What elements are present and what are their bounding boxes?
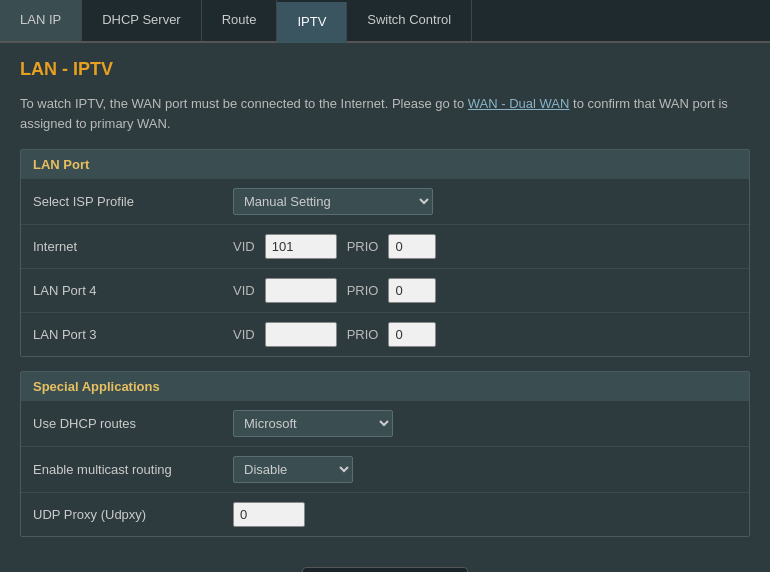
enable-multicast-label: Enable multicast routing — [33, 462, 233, 477]
udp-proxy-controls — [233, 502, 305, 527]
lan4-prio-label: PRIO — [347, 283, 379, 298]
internet-controls: VID PRIO — [233, 234, 436, 259]
lan3-vid-label: VID — [233, 327, 255, 342]
lan4-vid-label: VID — [233, 283, 255, 298]
enable-multicast-row: Enable multicast routing Disable Enable — [21, 446, 749, 492]
tab-switch-control[interactable]: Switch Control — [347, 0, 472, 41]
internet-prio-input[interactable] — [388, 234, 436, 259]
tab-dhcp-server[interactable]: DHCP Server — [82, 0, 202, 41]
lan-port-4-label: LAN Port 4 — [33, 283, 233, 298]
select-isp-dropdown[interactable]: Manual Setting ISP Profile 1 ISP Profile… — [233, 188, 433, 215]
internet-vid-label: VID — [233, 239, 255, 254]
enable-multicast-controls: Disable Enable — [233, 456, 353, 483]
page-title: LAN - IPTV — [20, 59, 750, 80]
lan4-vid-input[interactable] — [265, 278, 337, 303]
lan-port-3-controls: VID PRIO — [233, 322, 436, 347]
lan-port-3-row: LAN Port 3 VID PRIO — [21, 312, 749, 356]
tab-lan-ip[interactable]: LAN IP — [0, 0, 82, 41]
lan-port-header: LAN Port — [21, 150, 749, 179]
info-text: To watch IPTV, the WAN port must be conn… — [20, 94, 750, 133]
info-text-1: To watch IPTV, the WAN port must be conn… — [20, 96, 468, 111]
tab-route[interactable]: Route — [202, 0, 278, 41]
select-isp-label: Select ISP Profile — [33, 194, 233, 209]
lan-port-section: LAN Port Select ISP Profile Manual Setti… — [20, 149, 750, 357]
select-isp-row: Select ISP Profile Manual Setting ISP Pr… — [21, 179, 749, 224]
apply-container: Apply — [20, 551, 750, 572]
lan3-prio-input[interactable] — [388, 322, 436, 347]
internet-vid-input[interactable] — [265, 234, 337, 259]
udp-proxy-input[interactable] — [233, 502, 305, 527]
special-apps-section: Special Applications Use DHCP routes Mic… — [20, 371, 750, 537]
internet-row: Internet VID PRIO — [21, 224, 749, 268]
lan3-prio-label: PRIO — [347, 327, 379, 342]
use-dhcp-routes-row: Use DHCP routes Microsoft Disable Enable — [21, 401, 749, 446]
wan-dual-wan-link[interactable]: WAN - Dual WAN — [468, 96, 570, 111]
udp-proxy-row: UDP Proxy (Udpxy) — [21, 492, 749, 536]
select-isp-controls: Manual Setting ISP Profile 1 ISP Profile… — [233, 188, 433, 215]
use-dhcp-routes-controls: Microsoft Disable Enable — [233, 410, 393, 437]
lan4-prio-input[interactable] — [388, 278, 436, 303]
internet-label: Internet — [33, 239, 233, 254]
lan-port-3-label: LAN Port 3 — [33, 327, 233, 342]
enable-multicast-dropdown[interactable]: Disable Enable — [233, 456, 353, 483]
lan-port-body: Select ISP Profile Manual Setting ISP Pr… — [21, 179, 749, 356]
lan-port-4-controls: VID PRIO — [233, 278, 436, 303]
special-apps-body: Use DHCP routes Microsoft Disable Enable… — [21, 401, 749, 536]
main-content: LAN - IPTV To watch IPTV, the WAN port m… — [0, 43, 770, 572]
internet-prio-label: PRIO — [347, 239, 379, 254]
apply-button[interactable]: Apply — [302, 567, 468, 572]
lan-port-4-row: LAN Port 4 VID PRIO — [21, 268, 749, 312]
udp-proxy-label: UDP Proxy (Udpxy) — [33, 507, 233, 522]
tab-bar: LAN IP DHCP Server Route IPTV Switch Con… — [0, 0, 770, 43]
lan3-vid-input[interactable] — [265, 322, 337, 347]
use-dhcp-routes-dropdown[interactable]: Microsoft Disable Enable — [233, 410, 393, 437]
use-dhcp-routes-label: Use DHCP routes — [33, 416, 233, 431]
special-apps-header: Special Applications — [21, 372, 749, 401]
tab-iptv[interactable]: IPTV — [277, 2, 347, 43]
